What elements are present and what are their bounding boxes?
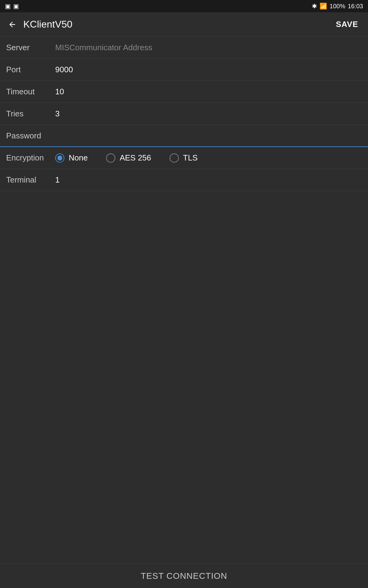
timeout-row: Timeout	[0, 81, 368, 103]
status-bar-right-icons: ✱ 📶 100% 16:03	[312, 2, 363, 10]
encryption-tls-radio[interactable]	[170, 153, 179, 163]
back-button[interactable]	[6, 18, 18, 31]
status-bar-left-icons: ▣ ▣	[5, 2, 19, 10]
encryption-tls-option[interactable]: TLS	[170, 153, 198, 163]
tries-row: Tries	[0, 103, 368, 125]
timeout-input[interactable]	[55, 85, 362, 99]
encryption-none-radio[interactable]	[55, 153, 64, 163]
encryption-aes256-radio[interactable]	[106, 153, 115, 163]
sim2-icon: ▣	[13, 2, 19, 10]
encryption-none-option[interactable]: None	[55, 153, 88, 163]
toolbar: KClientV50 SAVE	[0, 12, 368, 37]
tries-input[interactable]	[55, 107, 362, 121]
settings-form: Server Port Timeout Tries Password Encry…	[0, 37, 368, 191]
bluetooth-icon: ✱	[312, 2, 317, 10]
save-button[interactable]: SAVE	[332, 17, 362, 32]
back-arrow-icon	[8, 20, 17, 29]
status-bar: ▣ ▣ ✱ 📶 100% 16:03	[0, 0, 368, 12]
terminal-row: Terminal	[0, 169, 368, 191]
encryption-tls-label: TLS	[183, 153, 198, 163]
encryption-aes256-label: AES 256	[120, 153, 151, 163]
encryption-radio-group: None AES 256 TLS	[55, 153, 362, 163]
port-label: Port	[6, 65, 55, 74]
wifi-icon: 📶	[320, 2, 327, 10]
encryption-none-label: None	[69, 153, 88, 163]
timeout-label: Timeout	[6, 87, 55, 96]
password-row: Password	[0, 125, 368, 147]
app-title: KClientV50	[23, 19, 332, 30]
test-connection-button[interactable]: TEST CONNECTION	[141, 571, 227, 581]
encryption-label: Encryption	[6, 153, 55, 163]
terminal-label: Terminal	[6, 175, 55, 185]
server-label: Server	[6, 43, 55, 52]
sim-icon: ▣	[5, 2, 11, 10]
encryption-row: Encryption None AES 256 TLS	[0, 147, 368, 169]
port-input[interactable]	[55, 62, 362, 77]
battery-text: 100%	[330, 3, 345, 10]
encryption-aes256-option[interactable]: AES 256	[106, 153, 151, 163]
tries-label: Tries	[6, 109, 55, 119]
server-input[interactable]	[55, 40, 362, 55]
bottom-bar: TEST CONNECTION	[0, 564, 368, 588]
server-row: Server	[0, 37, 368, 59]
password-input[interactable]	[55, 129, 362, 143]
terminal-input[interactable]	[55, 173, 362, 187]
port-row: Port	[0, 59, 368, 81]
time-text: 16:03	[348, 3, 363, 10]
password-label: Password	[6, 131, 55, 141]
